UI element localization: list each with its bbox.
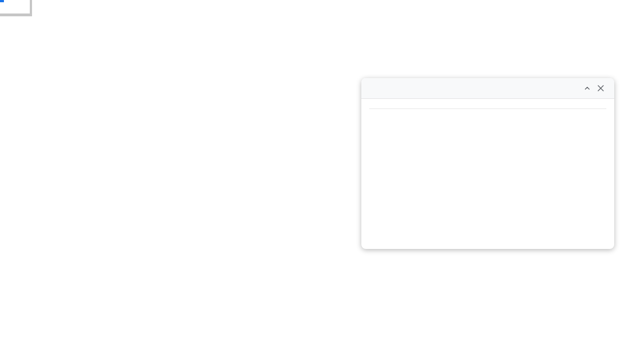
popup-divider [369, 108, 606, 109]
tooltip-caret [4, 0, 11, 4]
chevron-up-icon [583, 84, 591, 92]
close-icon [596, 84, 605, 93]
collapse-button[interactable] [580, 81, 594, 95]
help-popup-body [361, 108, 614, 132]
function-help-popup [361, 78, 614, 249]
help-popup-header [361, 78, 614, 99]
close-button[interactable] [594, 81, 607, 95]
formula-editor[interactable] [0, 0, 4, 2]
spreadsheet [0, 0, 644, 340]
